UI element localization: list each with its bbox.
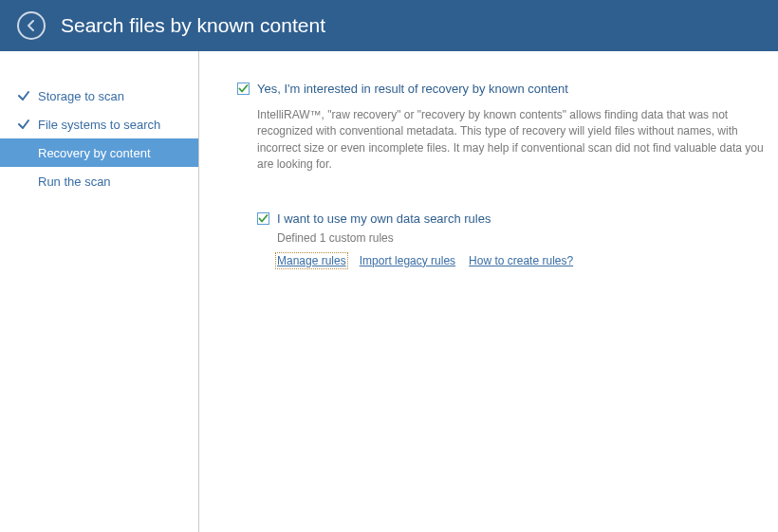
header-bar: Search files by known content <box>0 0 778 51</box>
sidebar-item-runscan[interactable]: Run the scan <box>0 167 198 195</box>
option-known-content-row: Yes, I'm interested in result of recover… <box>237 82 778 96</box>
sidebar-item-filesystems[interactable]: File systems to search <box>0 110 198 138</box>
wizard-sidebar: Storage to scan File systems to search R… <box>0 51 199 532</box>
checkmark-icon <box>17 89 30 102</box>
link-manage-rules[interactable]: Manage rules <box>277 254 346 267</box>
sidebar-item-label: File systems to search <box>38 118 160 132</box>
checkmark-icon <box>238 83 249 94</box>
spacer <box>17 146 30 159</box>
checkbox-known-content-label[interactable]: Yes, I'm interested in result of recover… <box>257 82 568 96</box>
checkbox-own-rules[interactable] <box>257 212 269 225</box>
sidebar-item-label: Recovery by content <box>38 146 151 160</box>
sidebar-item-label: Storage to scan <box>38 89 124 103</box>
defined-rules-text: Defined 1 custom rules <box>277 231 778 245</box>
spacer <box>17 174 30 188</box>
checkmark-icon <box>258 213 269 224</box>
arrow-left-icon <box>25 19 38 32</box>
checkbox-known-content[interactable] <box>237 83 250 95</box>
known-content-description: IntelliRAW™, "raw recovery" or "recovery… <box>257 107 778 174</box>
main-panel: Yes, I'm interested in result of recover… <box>199 51 778 532</box>
option-own-rules-row: I want to use my own data search rules <box>257 211 778 226</box>
rules-links: Manage rules Import legacy rules How to … <box>277 254 778 267</box>
page-title: Search files by known content <box>61 14 325 37</box>
sidebar-item-recovery[interactable]: Recovery by content <box>0 138 198 167</box>
back-button[interactable] <box>17 11 46 40</box>
link-how-to-create-rules[interactable]: How to create rules? <box>469 254 573 267</box>
link-import-legacy-rules[interactable]: Import legacy rules <box>360 254 455 267</box>
sidebar-item-label: Run the scan <box>38 174 111 189</box>
checkbox-own-rules-label[interactable]: I want to use my own data search rules <box>277 211 491 226</box>
sidebar-item-storage[interactable]: Storage to scan <box>0 82 198 110</box>
checkmark-icon <box>17 118 30 131</box>
